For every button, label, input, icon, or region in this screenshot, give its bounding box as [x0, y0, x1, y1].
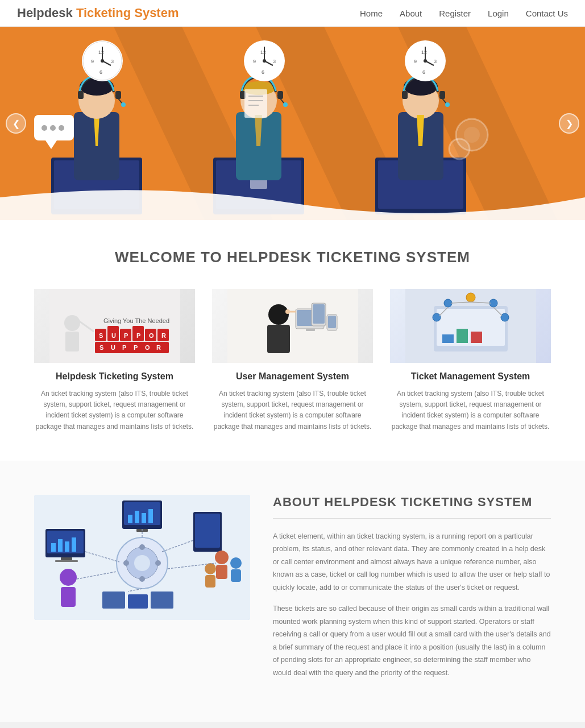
- svg-rect-96: [227, 289, 358, 363]
- helpdesk-image: S U P P O R S U P P O R Giving You The N…: [49, 289, 180, 363]
- svg-rect-152: [205, 575, 215, 588]
- card-img-ticket-mgmt: [390, 289, 551, 363]
- svg-rect-150: [231, 569, 241, 582]
- navbar: Helpdesk Ticketing System Home About Reg…: [0, 0, 585, 27]
- svg-rect-103: [313, 304, 325, 324]
- card-ticket-mgmt: Ticket Management System An ticket track…: [390, 289, 551, 432]
- svg-rect-133: [65, 541, 69, 552]
- svg-rect-141: [148, 509, 153, 523]
- svg-text:P: P: [122, 344, 126, 351]
- brand: Helpdesk Ticketing System: [17, 6, 179, 20]
- card3-title: Ticket Management System: [390, 371, 551, 382]
- user-mgmt-image: [227, 289, 358, 363]
- svg-text:12: 12: [260, 49, 266, 55]
- svg-point-63: [449, 139, 470, 159]
- svg-rect-39: [244, 89, 267, 118]
- hero-illustration: 12 9 3 6 12 9 3: [0, 27, 585, 220]
- svg-text:12: 12: [421, 49, 427, 55]
- svg-rect-112: [457, 329, 468, 343]
- about-image-container: [34, 495, 250, 620]
- svg-rect-144: [102, 592, 125, 609]
- svg-rect-139: [135, 511, 139, 523]
- svg-point-13: [121, 102, 126, 107]
- svg-text:U: U: [111, 344, 115, 351]
- about-title: ABOUT HELPDESK TICKETING SYSTEM: [273, 495, 551, 510]
- svg-text:6: 6: [422, 69, 425, 75]
- nav-item-login[interactable]: Login: [488, 9, 509, 18]
- svg-point-115: [444, 299, 452, 307]
- brand-colored: Ticketing System: [76, 6, 179, 20]
- hero-banner: ❮: [0, 27, 585, 220]
- svg-rect-101: [306, 329, 315, 331]
- svg-rect-132: [58, 539, 63, 552]
- svg-point-162: [139, 576, 145, 582]
- card1-title: Helpdesk Ticketing System: [34, 371, 195, 382]
- svg-point-151: [205, 563, 216, 574]
- hero-prev-btn[interactable]: ❮: [6, 113, 26, 134]
- svg-point-116: [489, 299, 497, 307]
- svg-rect-154: [61, 587, 76, 607]
- card2-desc: An ticket tracking system (also ITS, tro…: [212, 388, 373, 432]
- svg-text:S: S: [99, 332, 103, 339]
- card-img-helpdesk: S U P P O R S U P P O R Giving You The N…: [34, 289, 195, 363]
- svg-point-161: [139, 544, 145, 550]
- svg-rect-105: [328, 316, 336, 328]
- svg-rect-146: [151, 592, 173, 609]
- about-para2: These tickets are so called because of t…: [273, 602, 551, 679]
- card2-title: User Management System: [212, 371, 373, 382]
- svg-text:R: R: [161, 332, 166, 339]
- nav-item-contact[interactable]: Contact Us: [526, 9, 568, 18]
- svg-rect-130: [55, 560, 78, 562]
- svg-point-17: [50, 125, 56, 131]
- svg-point-118: [501, 313, 509, 321]
- svg-text:O: O: [149, 332, 154, 339]
- svg-point-59: [445, 102, 450, 107]
- nav-item-home[interactable]: Home: [360, 9, 383, 18]
- svg-rect-145: [128, 594, 148, 609]
- about-illustration: [34, 495, 250, 620]
- svg-point-126: [134, 555, 150, 571]
- svg-rect-94: [65, 332, 79, 351]
- about-image: [34, 495, 250, 620]
- svg-text:6: 6: [262, 69, 264, 75]
- svg-point-147: [215, 551, 229, 564]
- card-user-mgmt: User Management System An ticket trackin…: [212, 289, 373, 432]
- svg-rect-113: [471, 332, 482, 343]
- svg-rect-10: [78, 91, 84, 99]
- svg-text:3: 3: [111, 59, 114, 64]
- svg-point-149: [230, 557, 242, 569]
- svg-rect-131: [51, 543, 56, 552]
- svg-rect-138: [128, 515, 132, 523]
- svg-point-46: [263, 59, 266, 63]
- about-section: ABOUT HELPDESK TICKETING SYSTEM A ticket…: [0, 461, 585, 722]
- svg-point-117: [433, 313, 441, 321]
- hero-next-btn[interactable]: ❯: [559, 113, 579, 134]
- svg-point-37: [283, 102, 288, 107]
- card1-desc: An ticket tracking system (also ITS, tro…: [34, 388, 195, 432]
- svg-point-164: [155, 560, 161, 566]
- nav-item-register[interactable]: Register: [439, 9, 471, 18]
- svg-rect-111: [442, 334, 454, 343]
- cards-row: S U P P O R S U P P O R Giving You The N…: [34, 289, 551, 432]
- svg-rect-98: [267, 325, 290, 353]
- svg-text:P: P: [124, 332, 128, 339]
- svg-rect-140: [142, 513, 146, 523]
- svg-point-18: [59, 125, 64, 131]
- spacer: [0, 722, 585, 728]
- svg-text:P: P: [134, 344, 138, 351]
- welcome-section: WELCOME TO HELPDESK TICKETING SYSTEM S U: [0, 220, 585, 461]
- svg-text:9: 9: [414, 59, 417, 64]
- svg-rect-134: [72, 537, 76, 552]
- svg-point-93: [64, 315, 80, 331]
- svg-rect-56: [402, 91, 408, 99]
- svg-point-153: [60, 569, 77, 586]
- nav-item-about[interactable]: About: [400, 9, 422, 18]
- svg-point-114: [466, 293, 475, 302]
- svg-rect-129: [61, 557, 72, 560]
- card3-desc: An ticket tracking system (also ITS, tro…: [390, 388, 551, 432]
- svg-rect-143: [195, 514, 220, 548]
- svg-text:R: R: [156, 344, 161, 351]
- about-text-container: ABOUT HELPDESK TICKETING SYSTEM A ticket…: [273, 495, 551, 688]
- svg-text:9: 9: [253, 59, 256, 64]
- svg-text:6: 6: [99, 69, 102, 75]
